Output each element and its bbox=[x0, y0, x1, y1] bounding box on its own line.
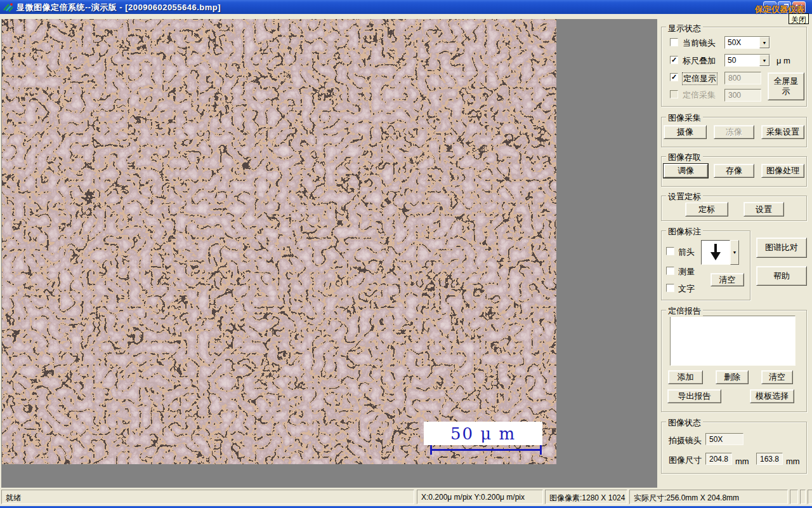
status-pixel-scale: X:0.200μ m/pix Y:0.200μ m/pix bbox=[417, 490, 543, 504]
group-capture-title: 图像采集 bbox=[666, 112, 703, 124]
arrow-label: 箭头 bbox=[678, 246, 695, 258]
chevron-down-icon[interactable]: ▼ bbox=[759, 37, 769, 48]
calibration-set-button[interactable]: 设置 bbox=[743, 202, 784, 217]
statusbar: 就绪 X:0.200μ m/pix Y:0.200μ m/pix 图像像素:12… bbox=[0, 488, 812, 506]
shoot-lens-label: 拍摄镜头 bbox=[669, 435, 702, 446]
scalebar-tick-right bbox=[540, 445, 542, 455]
arrow-style-combo[interactable] bbox=[701, 240, 730, 265]
scale-overlay-combo[interactable]: 50 ▼ bbox=[724, 54, 770, 67]
app-window: 显微图像定倍系统--演示版 - [20090602055646.bmp] 保定仪… bbox=[0, 0, 812, 508]
status-spacer-1 bbox=[790, 490, 798, 504]
measure-label: 测量 bbox=[678, 266, 695, 277]
image-height-field: 163.8 bbox=[756, 453, 783, 465]
current-lens-label: 当前镜头 bbox=[683, 37, 716, 49]
window-title: 显微图像定倍系统--演示版 - [20090602055646.bmp] bbox=[16, 2, 221, 13]
calibrate-button[interactable]: 定标 bbox=[685, 202, 728, 217]
group-image-status-title: 图像状态 bbox=[666, 417, 703, 429]
image-process-button[interactable]: 图像处理 bbox=[761, 164, 804, 178]
scalebar-tick-left bbox=[430, 445, 432, 455]
status-actual-size: 实际尺寸:256.0mm X 204.8mm bbox=[629, 490, 788, 504]
load-image-button[interactable]: 调像 bbox=[664, 164, 708, 178]
group-calibration-title: 设置定标 bbox=[666, 191, 703, 203]
scalebar-line bbox=[430, 449, 542, 451]
report-add-button[interactable]: 添加 bbox=[668, 370, 703, 384]
shoot-lens-field: 50X bbox=[705, 433, 743, 445]
scale-overlay-value: 50 bbox=[725, 55, 759, 66]
fixed-capture-checkbox bbox=[670, 90, 678, 98]
text-checkbox[interactable] bbox=[666, 284, 674, 292]
status-spacer-3 bbox=[808, 490, 812, 504]
current-lens-combo[interactable]: 50X ▼ bbox=[724, 36, 770, 49]
arrow-style-combo-button[interactable]: ▼ bbox=[730, 240, 739, 265]
status-image-pixels: 图像像素:1280 X 1024 bbox=[545, 490, 627, 504]
canvas-background: 50 μ m bbox=[1, 19, 657, 488]
atlas-compare-button[interactable]: 图谱比对 bbox=[756, 237, 807, 258]
micrograph-texture bbox=[2, 19, 556, 464]
fixed-display-field: 800 bbox=[724, 72, 761, 84]
freeze-button: 冻像 bbox=[714, 125, 754, 139]
scalebar-label: 50 μ m bbox=[424, 422, 542, 445]
help-button[interactable]: 帮助 bbox=[756, 266, 807, 286]
group-storage-title: 图像存取 bbox=[666, 152, 703, 163]
chevron-down-icon[interactable]: ▼ bbox=[759, 55, 769, 66]
status-spacer-2 bbox=[800, 490, 806, 504]
image-size-label: 图像尺寸 bbox=[669, 455, 702, 466]
down-arrow-icon bbox=[710, 244, 721, 261]
scale-unit-label: μ m bbox=[776, 56, 790, 65]
report-listbox[interactable] bbox=[670, 316, 796, 366]
titlebar: 显微图像定倍系统--演示版 - [20090602055646.bmp] 保定仪… bbox=[0, 0, 812, 14]
fullscreen-button[interactable]: 全屏显示 bbox=[768, 72, 804, 100]
annotation-clear-button[interactable]: 清空 bbox=[710, 273, 744, 286]
image-width-unit: mm bbox=[735, 457, 749, 466]
current-lens-checkbox[interactable] bbox=[670, 38, 678, 46]
report-delete-button[interactable]: 删除 bbox=[716, 370, 749, 384]
export-report-button[interactable]: 导出报告 bbox=[667, 389, 721, 403]
fixed-display-checkbox[interactable]: ✓ bbox=[670, 73, 678, 81]
fixed-display-label: 定倍显示 bbox=[682, 72, 717, 85]
group-display-status-title: 显示状态 bbox=[666, 23, 703, 34]
scale-overlay-checkbox[interactable]: ✓ bbox=[670, 56, 678, 64]
shoot-button[interactable]: 摄像 bbox=[664, 125, 707, 139]
scale-overlay-label: 标尺叠加 bbox=[683, 55, 716, 67]
image-width-field: 204.8 bbox=[705, 453, 732, 465]
template-select-button[interactable]: 模板选择 bbox=[750, 389, 794, 403]
current-lens-value: 50X bbox=[725, 37, 759, 48]
save-image-button[interactable]: 存像 bbox=[714, 164, 754, 178]
close-tooltip: 关闭 bbox=[789, 13, 809, 24]
micrograph-image[interactable]: 50 μ m bbox=[2, 19, 556, 464]
fixed-capture-field: 300 bbox=[724, 89, 761, 102]
arrow-checkbox[interactable] bbox=[666, 247, 674, 255]
status-ready: 就绪 bbox=[1, 490, 414, 504]
group-report-title: 定倍报告 bbox=[666, 305, 703, 317]
app-icon bbox=[3, 2, 13, 12]
report-clear-button[interactable]: 清空 bbox=[761, 370, 793, 384]
measure-checkbox[interactable] bbox=[666, 267, 674, 275]
text-label: 文字 bbox=[678, 283, 695, 295]
group-annotation-title: 图像标注 bbox=[666, 226, 703, 237]
capture-settings-button[interactable]: 采集设置 bbox=[761, 125, 804, 139]
image-height-unit: mm bbox=[786, 457, 800, 466]
fixed-capture-label: 定倍采集 bbox=[683, 90, 716, 101]
